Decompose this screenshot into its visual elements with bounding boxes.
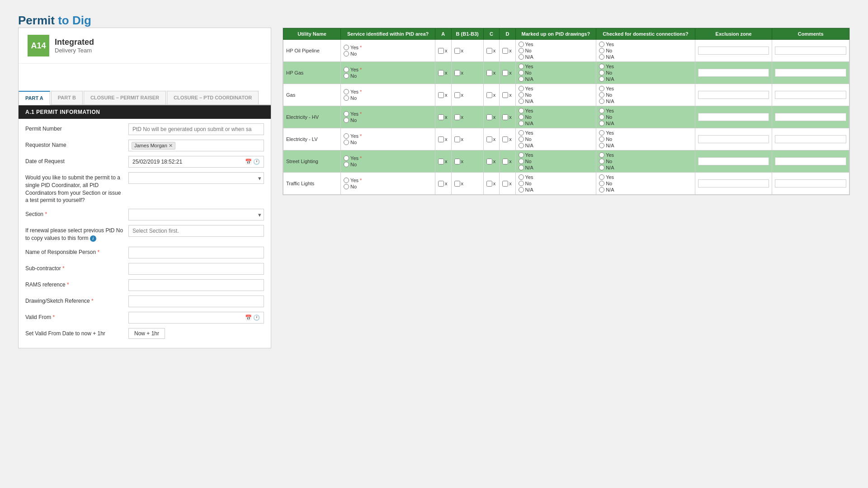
- checked-yes-radio[interactable]: [599, 42, 604, 47]
- marked-ptd-cell[interactable]: Yes No N/A: [515, 106, 596, 128]
- col-d-cell[interactable]: x: [500, 40, 515, 62]
- now-plus-1hr-button[interactable]: Now + 1hr: [128, 328, 165, 339]
- col-d-checkbox[interactable]: [502, 48, 508, 54]
- checked-domestic-cell[interactable]: Yes No N/A: [596, 150, 695, 173]
- col-a-checkbox[interactable]: [438, 70, 444, 76]
- service-no-label[interactable]: No: [344, 95, 432, 101]
- col-a-cell[interactable]: x: [435, 150, 451, 173]
- service-no-radio[interactable]: [344, 162, 349, 167]
- exclusion-zone-cell[interactable]: [695, 150, 772, 173]
- marked-no-label[interactable]: No: [519, 92, 594, 98]
- marked-no-label[interactable]: No: [519, 159, 594, 164]
- col-d-checkbox[interactable]: [502, 114, 508, 120]
- col-b-checkbox[interactable]: [454, 181, 460, 187]
- marked-yes-label[interactable]: Yes: [519, 86, 594, 91]
- marked-no-radio[interactable]: [519, 92, 524, 98]
- checked-no-radio[interactable]: [599, 70, 604, 75]
- service-yes-label[interactable]: Yes *: [344, 67, 432, 72]
- exclusion-zone-input[interactable]: [698, 69, 769, 77]
- comments-cell[interactable]: [772, 106, 849, 128]
- marked-yes-label[interactable]: Yes: [519, 174, 594, 180]
- col-d-checkbox[interactable]: [502, 136, 508, 142]
- checked-na-radio[interactable]: [599, 165, 604, 170]
- calendar-icon[interactable]: 📅: [245, 159, 252, 165]
- service-yes-label[interactable]: Yes *: [344, 89, 432, 94]
- checked-na-radio[interactable]: [599, 54, 604, 60]
- checked-domestic-cell[interactable]: Yes No N/A: [596, 128, 695, 150]
- checked-no-label[interactable]: No: [599, 136, 692, 142]
- marked-na-label[interactable]: N/A: [519, 54, 594, 60]
- service-yes-label[interactable]: Yes *: [344, 111, 432, 117]
- col-b-checkbox[interactable]: [454, 136, 460, 142]
- service-no-label[interactable]: No: [344, 73, 432, 79]
- col-b-checkbox[interactable]: [454, 48, 460, 54]
- service-no-radio[interactable]: [344, 73, 349, 79]
- service-identified-cell[interactable]: Yes * No: [341, 106, 435, 128]
- col-c-checkbox[interactable]: [486, 136, 492, 142]
- marked-no-label[interactable]: No: [519, 48, 594, 53]
- col-b-cell[interactable]: x: [451, 40, 483, 62]
- valid-from-calendar-icon[interactable]: 📅: [245, 314, 252, 321]
- comments-input[interactable]: [775, 157, 846, 165]
- marked-na-label[interactable]: N/A: [519, 121, 594, 126]
- service-identified-cell[interactable]: Yes * No: [341, 84, 435, 106]
- checked-yes-label[interactable]: Yes: [599, 86, 692, 91]
- col-a-checkbox[interactable]: [438, 136, 444, 142]
- marked-no-label[interactable]: No: [519, 181, 594, 186]
- checked-yes-radio[interactable]: [599, 130, 604, 136]
- col-c-cell[interactable]: x: [483, 84, 499, 106]
- service-yes-radio[interactable]: [344, 178, 349, 183]
- marked-no-radio[interactable]: [519, 136, 524, 142]
- col-c-checkbox[interactable]: [486, 114, 492, 120]
- service-yes-label[interactable]: Yes *: [344, 178, 432, 183]
- col-c-cell[interactable]: x: [483, 150, 499, 173]
- comments-input[interactable]: [775, 113, 846, 121]
- col-d-cell[interactable]: x: [500, 62, 515, 84]
- marked-no-radio[interactable]: [519, 70, 524, 75]
- checked-na-label[interactable]: N/A: [599, 76, 692, 82]
- marked-ptd-cell[interactable]: Yes No N/A: [515, 173, 596, 195]
- drawing-input[interactable]: [128, 296, 264, 307]
- subcontractor-input[interactable]: [128, 263, 264, 275]
- col-d-cell[interactable]: x: [500, 150, 515, 173]
- marked-yes-radio[interactable]: [519, 42, 524, 47]
- marked-yes-label[interactable]: Yes: [519, 64, 594, 69]
- col-b-checkbox[interactable]: [454, 92, 460, 98]
- service-no-label[interactable]: No: [344, 162, 432, 167]
- col-a-cell[interactable]: x: [435, 173, 451, 195]
- col-b-checkbox[interactable]: [454, 70, 460, 76]
- exclusion-zone-cell[interactable]: [695, 84, 772, 106]
- checked-no-label[interactable]: No: [599, 70, 692, 75]
- col-a-checkbox[interactable]: [438, 159, 444, 164]
- marked-na-radio[interactable]: [519, 143, 524, 148]
- col-a-cell[interactable]: x: [435, 128, 451, 150]
- col-a-cell[interactable]: x: [435, 106, 451, 128]
- date-of-request-field[interactable]: 25/02/2019 18:52:21 📅 🕐: [128, 156, 264, 168]
- service-identified-cell[interactable]: Yes * No: [341, 150, 435, 173]
- checked-yes-label[interactable]: Yes: [599, 174, 692, 180]
- marked-na-label[interactable]: N/A: [519, 143, 594, 148]
- comments-cell[interactable]: [772, 173, 849, 195]
- checked-domestic-cell[interactable]: Yes No N/A: [596, 173, 695, 195]
- marked-no-radio[interactable]: [519, 48, 524, 53]
- col-a-cell[interactable]: x: [435, 84, 451, 106]
- marked-yes-label[interactable]: Yes: [519, 130, 594, 136]
- service-no-label[interactable]: No: [344, 117, 432, 123]
- marked-ptd-cell[interactable]: Yes No N/A: [515, 40, 596, 62]
- service-no-radio[interactable]: [344, 184, 349, 189]
- checked-yes-label[interactable]: Yes: [599, 42, 692, 47]
- col-d-cell[interactable]: x: [500, 84, 515, 106]
- exclusion-zone-cell[interactable]: [695, 62, 772, 84]
- service-no-radio[interactable]: [344, 51, 349, 56]
- marked-no-radio[interactable]: [519, 181, 524, 186]
- requestor-tag-remove[interactable]: ✕: [169, 143, 173, 149]
- checked-no-label[interactable]: No: [599, 159, 692, 164]
- checked-no-label[interactable]: No: [599, 48, 692, 53]
- col-d-checkbox[interactable]: [502, 70, 508, 76]
- col-a-cell[interactable]: x: [435, 40, 451, 62]
- col-c-cell[interactable]: x: [483, 128, 499, 150]
- marked-no-radio[interactable]: [519, 114, 524, 120]
- service-identified-cell[interactable]: Yes * No: [341, 128, 435, 150]
- permit-number-input[interactable]: [128, 123, 264, 135]
- exclusion-zone-input[interactable]: [698, 47, 769, 55]
